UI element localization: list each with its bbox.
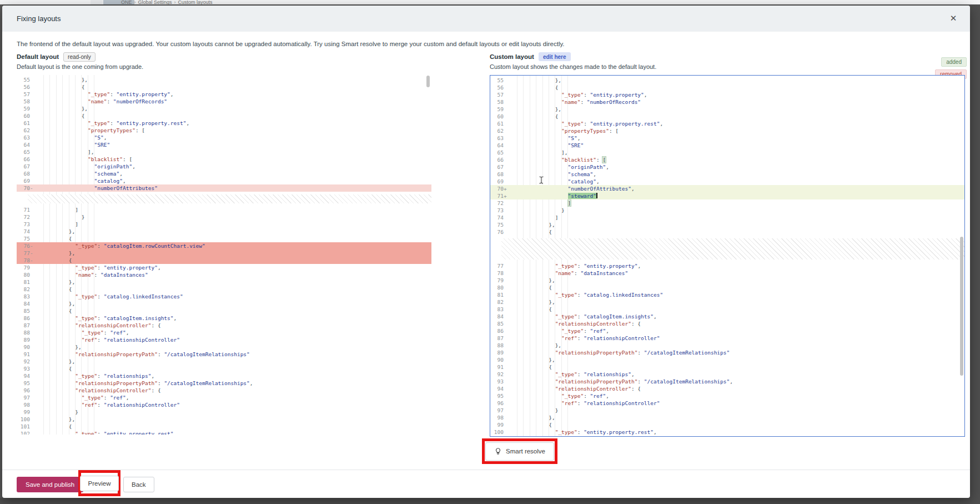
line-number: 92 bbox=[490, 371, 504, 378]
code-line: 87 "relationshipController": { bbox=[17, 322, 431, 329]
line-number: 73 bbox=[490, 207, 504, 214]
modal-description: The frontend of the default layout was u… bbox=[17, 41, 565, 47]
code-line: 84 "_type": "catalogItem.insights", bbox=[490, 313, 964, 320]
line-number: 55 bbox=[490, 77, 504, 84]
custom-layout-subtitle: Custom layout shows the changes made to … bbox=[490, 63, 656, 70]
save-and-publish-button[interactable]: Save and publish bbox=[17, 477, 83, 492]
code-line: 62 "propertyTypes": [ bbox=[490, 127, 964, 134]
footer-divider bbox=[2, 470, 970, 470]
line-number: 82 bbox=[490, 298, 504, 306]
code-line: 62 "propertyTypes": [ bbox=[17, 127, 431, 134]
line-number: 65 bbox=[490, 149, 504, 156]
code-line: 61 "_type": "entity.property.rest", bbox=[490, 120, 964, 127]
line-number: 61 bbox=[17, 119, 30, 127]
line-number: 69 bbox=[490, 178, 504, 185]
code-line: 86 "_type": "ref", bbox=[490, 327, 964, 335]
line-number: 90 bbox=[490, 356, 504, 363]
line-number: 63 bbox=[17, 134, 30, 141]
code-line: 57 "_type": "entity.property", bbox=[490, 91, 964, 98]
right-editor-scrollbar[interactable] bbox=[960, 237, 963, 376]
code-line: 85 "relationshipController": { bbox=[490, 320, 964, 327]
read-only-badge: read-only bbox=[63, 52, 96, 62]
line-number: 95 bbox=[17, 380, 30, 387]
line-number: 92 bbox=[17, 358, 30, 365]
smart-resolve-button[interactable]: Smart resolve bbox=[485, 442, 554, 461]
code-line: 96 "relationshipController": { bbox=[17, 387, 431, 394]
custom-layout-title: Custom layout bbox=[490, 53, 534, 60]
line-number: 87 bbox=[17, 322, 30, 329]
edit-here-badge[interactable]: edit here bbox=[539, 52, 571, 61]
code-lines: 55 },56 {57 "_type": "entity.property",5… bbox=[17, 75, 431, 435]
line-number: 75 bbox=[17, 235, 30, 242]
breadcrumb: ONE›Global Settings›Custom layouts bbox=[121, 0, 213, 4]
line-number: 60 bbox=[490, 113, 504, 120]
code-line: 58 "name": "numberOfRecords" bbox=[490, 98, 964, 106]
code-line: 68 "schema", bbox=[490, 171, 964, 178]
code-line: 75 }, bbox=[490, 221, 964, 228]
line-number: 71 bbox=[17, 206, 30, 213]
code-line: 101 { bbox=[17, 423, 431, 430]
code-line: 63 "S", bbox=[490, 134, 964, 142]
code-line: 99 { bbox=[490, 421, 964, 428]
code-line: 67 "originPath", bbox=[17, 163, 431, 170]
code-line: 70- "numberOfAttributes" bbox=[17, 184, 431, 192]
breadcrumb-item-global-settings: Global Settings bbox=[138, 0, 172, 4]
default-layout-subtitle: Default layout is the one coming from up… bbox=[17, 63, 143, 70]
line-number: 59 bbox=[17, 105, 30, 112]
line-number: 66 bbox=[490, 156, 504, 163]
line-number: 73 bbox=[17, 221, 30, 228]
annotation-box-preview: Preview bbox=[78, 470, 120, 496]
default-layout-editor[interactable]: 55 },56 {57 "_type": "entity.property",5… bbox=[17, 75, 431, 435]
breadcrumb-separator: › bbox=[134, 0, 136, 4]
line-number: 87 bbox=[490, 335, 504, 342]
line-number: 86 bbox=[490, 327, 504, 335]
code-line: 68 "schema", bbox=[17, 170, 431, 177]
code-line: 84 }, bbox=[17, 300, 431, 307]
line-number: 85 bbox=[17, 307, 30, 315]
line-number: 58 bbox=[17, 98, 30, 105]
code-line: 75 { bbox=[17, 235, 431, 242]
breadcrumb-item-custom-layouts: Custom layouts bbox=[178, 0, 213, 4]
code-line: 89 "relationshipPropertyPath": "/catalog… bbox=[490, 349, 964, 356]
line-number: 76 bbox=[490, 228, 504, 236]
line-number: 69 bbox=[17, 177, 30, 184]
line-number: 81 bbox=[17, 278, 30, 286]
code-line: 97 "_type": "ref", bbox=[17, 394, 431, 401]
code-line: 82 }, bbox=[490, 298, 964, 306]
line-number: 89 bbox=[17, 336, 30, 343]
code-line: 99 } bbox=[17, 408, 431, 416]
line-number: 57 bbox=[490, 91, 504, 98]
back-button[interactable]: Back bbox=[123, 477, 154, 492]
code-line: 71+ "steward" bbox=[490, 192, 964, 199]
preview-button[interactable]: Preview bbox=[80, 476, 119, 491]
lightbulb-icon bbox=[494, 447, 502, 455]
line-number: 82 bbox=[17, 286, 30, 293]
custom-layout-header: Custom layout edit here bbox=[490, 52, 571, 62]
line-number: 94 bbox=[17, 372, 30, 380]
line-number: 102 bbox=[17, 430, 30, 435]
code-line: 72 ] bbox=[490, 199, 964, 207]
annotation-box-smart-resolve: Smart resolve bbox=[482, 438, 557, 464]
code-line: 96 "ref": "relationshipController" bbox=[490, 400, 964, 407]
line-number: 77 bbox=[490, 262, 504, 270]
code-line: 92 }, bbox=[17, 358, 431, 365]
line-number: 68 bbox=[17, 170, 30, 177]
code-line: 83 "_type": "catalog.linkedInstances" bbox=[17, 293, 431, 300]
close-icon[interactable]: ✕ bbox=[948, 13, 959, 24]
code-line: 81 "_type": "catalog.linkedInstances" bbox=[490, 291, 964, 298]
line-number: 97 bbox=[490, 407, 504, 414]
left-editor-scrollbar[interactable] bbox=[426, 76, 430, 87]
code-line: 65 ], bbox=[490, 149, 964, 156]
custom-layout-editor[interactable]: 55 },56 {57 "_type": "entity.property",5… bbox=[490, 75, 965, 437]
code-line: 64 "SRE" bbox=[17, 141, 431, 148]
code-line: 66 "blacklist": [ bbox=[17, 156, 431, 163]
default-layout-header: Default layout read-only bbox=[17, 52, 96, 62]
collapsed-diff-region bbox=[501, 238, 964, 260]
code-lines: 55 },56 {57 "_type": "entity.property",5… bbox=[490, 76, 964, 436]
line-number: 68 bbox=[490, 171, 504, 178]
line-number: 94 bbox=[490, 385, 504, 392]
line-number: 80 bbox=[490, 284, 504, 291]
code-line: 76 { bbox=[490, 228, 964, 236]
line-number: 84 bbox=[490, 313, 504, 320]
line-number: 88 bbox=[17, 329, 30, 336]
